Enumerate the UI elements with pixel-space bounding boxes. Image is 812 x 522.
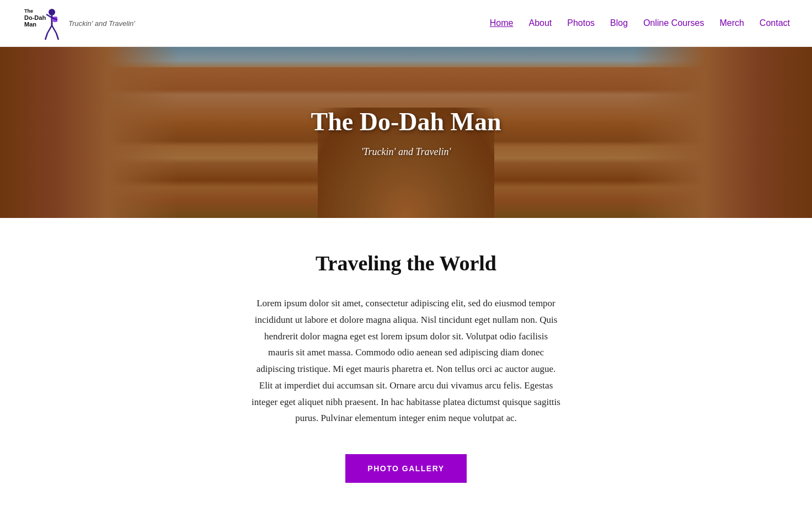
- svg-rect-11: [53, 17, 57, 22]
- svg-text:Man: Man: [24, 21, 36, 28]
- nav-contact[interactable]: Contact: [760, 18, 790, 28]
- nav-about[interactable]: About: [528, 18, 552, 28]
- main-content: Traveling the World Lorem ipsum dolor si…: [241, 218, 571, 522]
- svg-line-10: [56, 33, 58, 40]
- nav-blog[interactable]: Blog: [610, 18, 628, 28]
- logo[interactable]: The Do-Dah Man Truckin' and Travelin': [22, 6, 135, 41]
- svg-point-3: [49, 9, 55, 15]
- svg-text:Do-Dah: Do-Dah: [24, 14, 46, 21]
- logo-icon: The Do-Dah Man: [22, 6, 61, 41]
- nav-merch[interactable]: Merch: [719, 18, 744, 28]
- svg-line-7: [47, 25, 52, 33]
- nav-home[interactable]: Home: [490, 18, 514, 28]
- hero-section: The Do-Dah Man 'Truckin' and Travelin': [0, 47, 812, 218]
- hero-tagline: 'Truckin' and Travelin': [311, 146, 501, 158]
- svg-line-9: [52, 25, 56, 33]
- section-title: Traveling the World: [252, 251, 560, 275]
- svg-text:The: The: [24, 8, 33, 14]
- section-body: Lorem ipsum dolor sit amet, consectetur …: [252, 295, 560, 427]
- svg-line-8: [45, 33, 47, 40]
- logo-text: Truckin' and Travelin': [68, 19, 135, 28]
- main-nav: Home About Photos Blog Online Courses Me…: [490, 18, 790, 28]
- hero-content: The Do-Dah Man 'Truckin' and Travelin': [311, 107, 501, 158]
- logo-tagline: Truckin' and Travelin': [68, 19, 135, 28]
- nav-photos[interactable]: Photos: [567, 18, 595, 28]
- nav-online-courses[interactable]: Online Courses: [643, 18, 704, 28]
- hero-title: The Do-Dah Man: [311, 107, 501, 136]
- site-header: The Do-Dah Man Truckin' and Travelin': [0, 0, 812, 47]
- photo-gallery-button[interactable]: PHOTO GALLERY: [345, 454, 466, 483]
